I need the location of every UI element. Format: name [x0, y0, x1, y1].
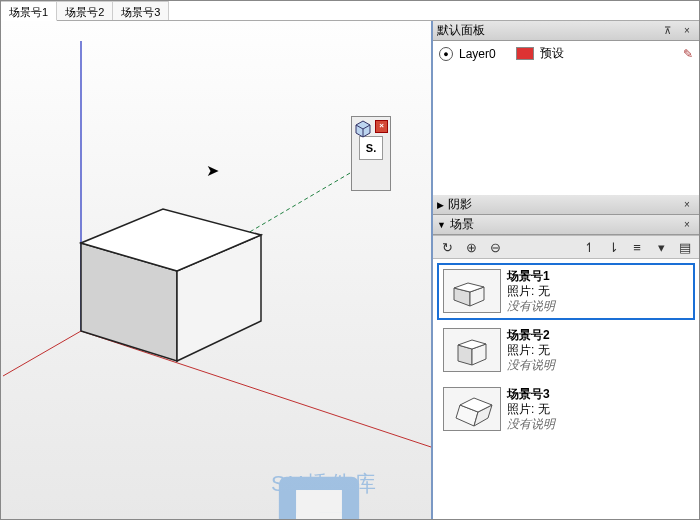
scene-panel-title: 场景: [450, 216, 675, 233]
layer-name: 预设: [540, 45, 564, 62]
scene-item-2[interactable]: 场景号2 照片: 无 没有说明: [437, 322, 695, 379]
layer-list: ● Layer0 预设 ✎: [433, 41, 699, 66]
remove-icon[interactable]: ⊖: [487, 239, 503, 255]
layer-row-preset[interactable]: 预设 ✎: [516, 45, 693, 62]
scene-item-3[interactable]: 场景号3 照片: 无 没有说明: [437, 381, 695, 438]
pencil-icon[interactable]: ✎: [683, 47, 693, 61]
plugin-logo-icon[interactable]: S.: [359, 136, 383, 160]
scene-thumbnail: [443, 328, 501, 372]
default-panel-title: 默认面板: [437, 22, 655, 39]
scene-tabs: 场景号1 场景号2 场景号3: [1, 1, 699, 21]
photo-label: 照片:: [507, 402, 534, 416]
scene-name: 场景号1: [507, 269, 555, 284]
tab-scene-1[interactable]: 场景号1: [1, 1, 57, 21]
tab-scene-2[interactable]: 场景号2: [57, 1, 113, 20]
layer-name: Layer0: [459, 47, 496, 61]
layer-row-layer0[interactable]: ● Layer0: [439, 45, 496, 62]
scene-thumbnail: [443, 387, 501, 431]
scene-desc: 没有说明: [507, 417, 555, 432]
color-swatch[interactable]: [516, 47, 534, 60]
cursor-icon: ➤: [206, 161, 219, 180]
detail-view-icon[interactable]: ▤: [677, 239, 693, 255]
scene-thumbnail: [443, 269, 501, 313]
photo-label: 照片:: [507, 343, 534, 357]
close-icon[interactable]: ×: [679, 25, 695, 36]
visibility-icon[interactable]: ●: [439, 47, 453, 61]
svg-line-1: [3, 331, 81, 376]
close-icon[interactable]: ×: [679, 199, 695, 210]
list-view-icon[interactable]: ≡: [629, 239, 645, 255]
model-viewport[interactable]: ➤ × S. SU插件库 SUCJ.me: [1, 21, 431, 519]
photo-value: 无: [538, 284, 550, 298]
photo-value: 无: [538, 402, 550, 416]
move-up-icon[interactable]: ↿: [581, 239, 597, 255]
scene-toolbar: ↻ ⊕ ⊖ ↿ ⇂ ≡ ▾ ▤: [433, 235, 699, 259]
pin-icon[interactable]: ⊼: [659, 25, 675, 36]
expand-icon[interactable]: ▼: [437, 220, 446, 230]
photo-value: 无: [538, 343, 550, 357]
scene-item-1[interactable]: 场景号1 照片: 无 没有说明: [437, 263, 695, 320]
scene-list[interactable]: 场景号1 照片: 无 没有说明 场景号2 照片: 无 没有说明: [433, 259, 699, 519]
svg-line-2: [81, 331, 431, 447]
refresh-icon[interactable]: ↻: [439, 239, 455, 255]
add-icon[interactable]: ⊕: [463, 239, 479, 255]
shadow-panel-title: 阴影: [448, 196, 675, 213]
scene-panel-header[interactable]: ▼ 场景 ×: [433, 215, 699, 235]
scene-name: 场景号3: [507, 387, 555, 402]
close-icon[interactable]: ×: [679, 219, 695, 230]
move-down-icon[interactable]: ⇂: [605, 239, 621, 255]
collapse-icon[interactable]: ▶: [437, 200, 444, 210]
default-panel-header[interactable]: 默认面板 ⊼ ×: [433, 21, 699, 41]
shadow-panel-header[interactable]: ▶ 阴影 ×: [433, 195, 699, 215]
scene-desc: 没有说明: [507, 299, 555, 314]
photo-label: 照片:: [507, 284, 534, 298]
chevron-down-icon[interactable]: ▾: [653, 239, 669, 255]
scene-desc: 没有说明: [507, 358, 555, 373]
floating-toolbar[interactable]: × S.: [351, 116, 391, 191]
close-icon[interactable]: ×: [375, 120, 388, 133]
tab-scene-3[interactable]: 场景号3: [113, 1, 169, 20]
cube-tool-icon[interactable]: [358, 162, 384, 188]
scene-name: 场景号2: [507, 328, 555, 343]
side-panel: 默认面板 ⊼ × ● Layer0 预设 ✎ ▶ 阴影 × ▼ 场景 ×: [431, 21, 699, 519]
